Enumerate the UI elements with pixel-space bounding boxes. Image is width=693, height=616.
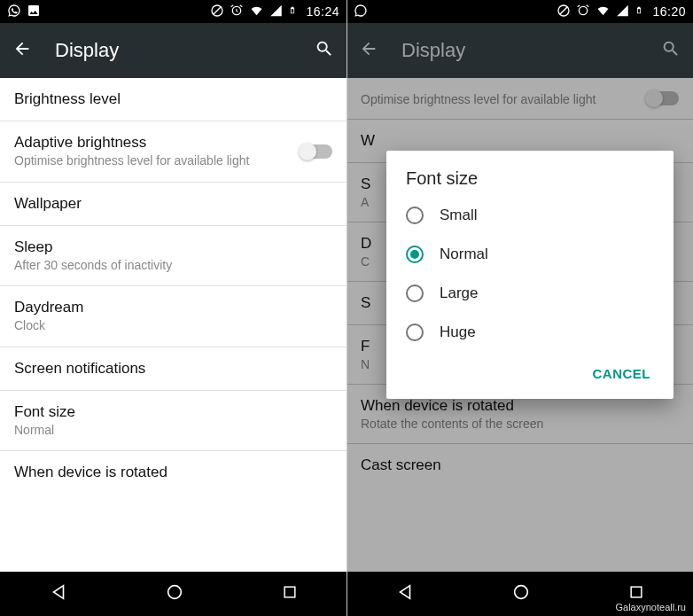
search-icon — [661, 39, 681, 62]
alarm-icon — [576, 4, 590, 20]
radio-icon — [406, 246, 424, 263]
setting-sleep[interactable]: Sleep After 30 seconds of inactivity — [0, 226, 346, 287]
setting-title: Brightness level — [14, 90, 332, 108]
svg-line-1 — [214, 7, 221, 14]
svg-rect-7 — [631, 587, 642, 597]
svg-point-2 — [167, 586, 181, 599]
setting-title: Screen notifications — [14, 360, 332, 378]
setting-subtitle: Optimise brightness level for available … — [14, 153, 300, 169]
setting-subtitle: After 30 seconds of inactivity — [14, 258, 332, 274]
battery-icon — [635, 4, 643, 20]
phone-left: 16:24 Display Brightness level Adaptive … — [0, 0, 346, 616]
no-sim-icon — [210, 4, 224, 20]
back-icon — [359, 39, 378, 62]
setting-wallpaper[interactable]: Wallpaper — [0, 183, 346, 226]
radio-label: Huge — [440, 324, 476, 341]
setting-title: When device is rotated — [14, 464, 332, 481]
clock-time: 16:20 — [652, 4, 686, 19]
setting-title: Wallpaper — [14, 195, 332, 213]
nav-bar — [0, 572, 346, 616]
nav-back-icon[interactable] — [395, 582, 415, 605]
image-icon — [27, 4, 41, 20]
radio-label: Normal — [440, 246, 488, 263]
radio-option-small[interactable]: Small — [386, 196, 674, 235]
setting-title: Font size — [14, 403, 332, 421]
search-icon[interactable] — [315, 39, 334, 62]
setting-daydream[interactable]: Daydream Clock — [0, 286, 346, 347]
page-title: Display — [401, 39, 465, 62]
setting-subtitle: Clock — [14, 318, 332, 334]
setting-title: Daydream — [14, 299, 332, 316]
radio-option-normal[interactable]: Normal — [386, 235, 674, 274]
wifi-icon — [249, 4, 264, 20]
setting-when-rotated[interactable]: When device is rotated — [0, 451, 346, 494]
whatsapp-icon — [7, 4, 21, 20]
settings-list: Brightness level Adaptive brightness Opt… — [0, 78, 346, 572]
setting-title: Adaptive brightness — [14, 134, 300, 152]
radio-label: Small — [440, 207, 478, 224]
wifi-icon — [596, 4, 611, 20]
whatsapp-icon — [354, 4, 368, 20]
clock-time: 16:24 — [306, 4, 339, 19]
setting-brightness-level[interactable]: Brightness level — [0, 78, 346, 121]
app-bar: Display — [346, 23, 693, 78]
dialog-title: Font size — [386, 168, 674, 196]
setting-subtitle: Normal — [14, 423, 332, 439]
radio-option-huge[interactable]: Huge — [386, 313, 674, 352]
divider — [346, 0, 347, 616]
radio-icon — [406, 207, 424, 224]
radio-icon — [406, 324, 424, 341]
setting-screen-notifications[interactable]: Screen notifications — [0, 347, 346, 391]
radio-label: Large — [440, 285, 478, 302]
nav-home-icon[interactable] — [165, 582, 184, 605]
svg-rect-3 — [284, 587, 295, 597]
radio-option-large[interactable]: Large — [386, 274, 674, 313]
nav-back-icon[interactable] — [49, 582, 68, 605]
svg-line-5 — [560, 7, 567, 14]
setting-font-size[interactable]: Font size Normal — [0, 391, 346, 452]
radio-icon — [406, 285, 424, 302]
svg-point-6 — [514, 586, 527, 599]
nav-bar — [346, 572, 693, 616]
status-bar: 16:24 — [0, 0, 346, 23]
font-size-dialog: Font size Small Normal Large Huge CANCEL — [386, 151, 674, 399]
signal-icon — [616, 4, 629, 20]
setting-title: Sleep — [14, 238, 332, 256]
setting-adaptive-brightness[interactable]: Adaptive brightness Optimise brightness … — [0, 121, 346, 183]
nav-home-icon[interactable] — [511, 582, 531, 605]
phone-right: 16:20 Display Optimise brightness level … — [346, 0, 693, 616]
back-icon[interactable] — [12, 39, 32, 62]
alarm-icon — [230, 4, 244, 20]
toggle-switch[interactable] — [300, 144, 332, 159]
nav-recent-icon[interactable] — [281, 583, 299, 604]
battery-icon — [288, 4, 297, 20]
signal-icon — [269, 4, 283, 20]
nav-recent-icon[interactable] — [627, 583, 645, 604]
no-sim-icon — [557, 4, 571, 20]
app-bar: Display — [0, 23, 346, 78]
page-title: Display — [55, 39, 119, 62]
cancel-button[interactable]: CANCEL — [584, 359, 660, 388]
status-bar: 16:20 — [346, 0, 693, 23]
